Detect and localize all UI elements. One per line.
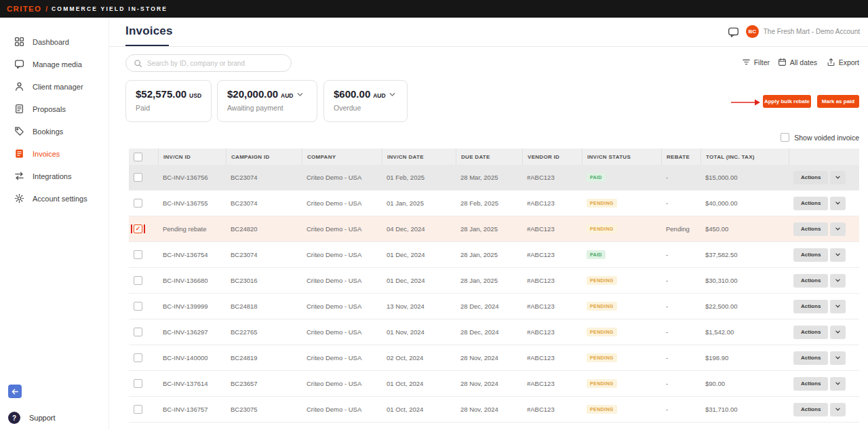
chevron-down-icon	[835, 380, 841, 387]
chat-button[interactable]	[728, 26, 739, 40]
actions-button[interactable]: Actions	[793, 300, 828, 313]
search-input[interactable]	[147, 60, 283, 67]
row-checkbox[interactable]	[134, 276, 142, 285]
integrations-icon	[14, 171, 24, 182]
actions-dropdown-button[interactable]	[830, 197, 846, 210]
chevron-down-icon[interactable]	[296, 91, 304, 98]
total-cell: $31,710.00	[701, 406, 789, 413]
sidebar-item-account-settings[interactable]: Account settings	[0, 187, 108, 210]
date-range-button[interactable]: All dates	[778, 58, 817, 66]
inv-date-cell: 01 Feb, 2025	[382, 174, 456, 181]
actions-cell: Actions	[789, 403, 859, 416]
row-checkbox[interactable]	[134, 328, 142, 336]
sidebar-item-manage-media[interactable]: Manage media	[0, 53, 108, 75]
checkbox-cell	[129, 405, 158, 414]
show-voided-toggle[interactable]: Show voided invoice	[781, 133, 859, 142]
sidebar-item-bookings[interactable]: Bookings	[0, 120, 108, 142]
inv-date-cell: 04 Dec, 2024	[382, 225, 456, 233]
vendor-id-cell: #ABC123	[522, 251, 582, 258]
actions-dropdown-button[interactable]	[830, 248, 846, 262]
actions-button[interactable]: Actions	[793, 171, 828, 184]
inv-id-cell: BC-INV-136680	[158, 277, 226, 284]
status-badge: Paid	[587, 250, 606, 259]
total-cell: $15,000.00	[701, 174, 789, 181]
inv-date-cell: 01 Oct, 2024	[382, 406, 456, 413]
actions-button[interactable]: Actions	[793, 403, 828, 416]
actions-dropdown-button[interactable]	[830, 222, 846, 236]
support-link[interactable]: ? Support	[8, 412, 56, 424]
actions-dropdown-button[interactable]	[830, 403, 846, 416]
column-header: COMPANY	[302, 149, 382, 165]
chevron-down-icon[interactable]	[389, 91, 396, 98]
row-checkbox[interactable]: ✓	[134, 224, 142, 233]
inv-id-cell: BC-INV-136756	[158, 174, 226, 181]
bookings-icon	[14, 126, 24, 137]
sidebar-item-proposals[interactable]: Proposals	[0, 98, 108, 120]
chevron-down-icon	[835, 303, 841, 309]
actions-button[interactable]: Actions	[793, 197, 828, 210]
actions-button[interactable]: Actions	[793, 274, 828, 288]
actions-dropdown-button[interactable]	[830, 171, 846, 184]
table-body: BC-INV-136756BC23074Criteo Demo - USA01 …	[129, 165, 859, 423]
account-settings-icon	[14, 193, 24, 204]
column-header: INV/CN STATUS	[582, 149, 661, 165]
campaign-id-cell: BC23074	[226, 251, 302, 258]
checkbox-cell	[129, 379, 158, 388]
inv-id-cell: BC-INV-136754	[158, 251, 226, 258]
actions-dropdown-button[interactable]	[830, 326, 846, 339]
row-checkbox[interactable]	[134, 250, 142, 259]
actions-button[interactable]: Actions	[793, 248, 828, 262]
chevron-down-icon	[835, 277, 841, 284]
actions-dropdown-button[interactable]	[830, 300, 846, 313]
row-checkbox[interactable]	[134, 199, 142, 208]
sidebar-item-dashboard[interactable]: Dashboard	[0, 31, 108, 53]
actions-cell: Actions	[789, 222, 859, 236]
apply-bulk-rebate-button[interactable]: Apply bulk rebate	[763, 95, 811, 108]
campaign-id-cell: BC23657	[226, 380, 302, 387]
actions-dropdown-button[interactable]	[830, 351, 846, 365]
invoices-table: INV/CN IDCAMPAIGN IDCOMPANYINV/CN DATEDU…	[129, 149, 859, 423]
sidebar-item-integrations[interactable]: Integrations	[0, 165, 108, 187]
vendor-id-cell: #ABC123	[522, 199, 582, 207]
actions-cell: Actions	[789, 351, 859, 365]
sidebar-item-invoices[interactable]: Invoices	[0, 142, 108, 165]
status-badge: Pending	[587, 276, 617, 285]
actions-button[interactable]: Actions	[793, 351, 828, 365]
rebate-cell: -	[661, 380, 701, 387]
vendor-id-cell: #ABC123	[522, 354, 582, 361]
table-row: BC-INV-136680BC23016Criteo Demo - USA01 …	[129, 268, 859, 294]
vendor-id-cell: #ABC123	[522, 174, 582, 181]
sidebar-item-client-manager[interactable]: Client manager	[0, 75, 108, 98]
select-all-checkbox[interactable]	[134, 153, 142, 161]
inv-id-cell: BC-INV-136297	[158, 328, 226, 336]
export-button[interactable]: Export	[827, 58, 859, 66]
table-row: BC-INV-136756BC23074Criteo Demo - USA01 …	[129, 165, 859, 191]
actions-dropdown-button[interactable]	[830, 377, 846, 391]
show-voided-checkbox[interactable]	[781, 133, 789, 142]
actions-button[interactable]: Actions	[793, 377, 828, 391]
actions-cell: Actions	[789, 326, 859, 339]
filter-button[interactable]: Filter	[742, 58, 770, 66]
row-checkbox[interactable]	[134, 405, 142, 414]
mark-as-paid-button[interactable]: Mark as paid	[817, 95, 859, 108]
row-checkbox[interactable]	[134, 173, 142, 182]
table-row: BC-INV-136757BC23075Criteo Demo - USA01 …	[129, 397, 859, 423]
row-checkbox[interactable]	[134, 302, 142, 311]
status-cell: Pending	[582, 405, 661, 414]
account-menu[interactable]: BC The Fresh Mart - Demo Account	[746, 25, 860, 38]
total-cell: $450.00	[701, 225, 789, 233]
actions-cell: Actions	[789, 377, 859, 391]
inv-id-cell: Pending rebate	[158, 225, 226, 233]
actions-button[interactable]: Actions	[793, 222, 828, 236]
company-cell: Criteo Demo - USA	[302, 277, 382, 284]
row-checkbox[interactable]	[134, 353, 142, 362]
checkbox-cell	[129, 173, 158, 182]
actions-dropdown-button[interactable]	[830, 274, 846, 288]
status-badge: Pending	[587, 405, 617, 414]
status-badge: Pending	[587, 353, 617, 362]
row-checkbox[interactable]	[134, 379, 142, 388]
actions-cell: Actions	[789, 171, 859, 184]
collapse-sidebar-button[interactable]	[8, 385, 22, 398]
summary-card-awaiting-payment: $20,000.00 AUD Awaiting payment	[217, 80, 317, 122]
actions-button[interactable]: Actions	[793, 326, 828, 339]
